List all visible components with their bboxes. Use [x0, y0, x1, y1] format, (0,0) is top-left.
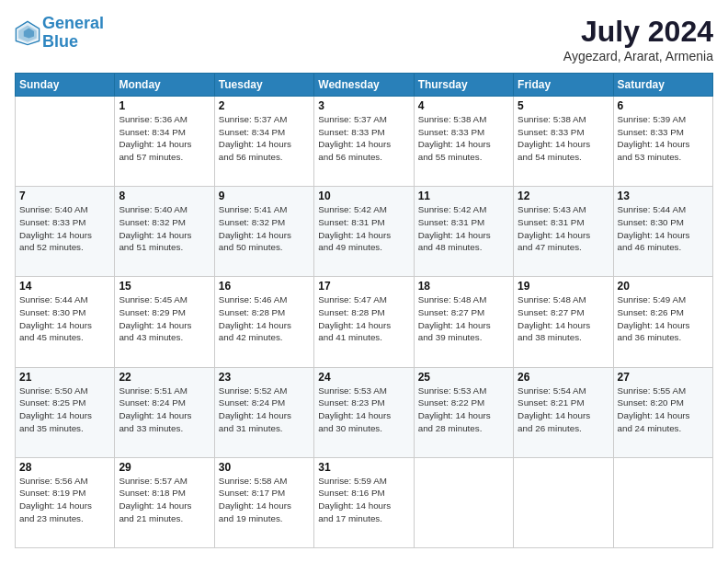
col-header-saturday: Saturday	[613, 74, 712, 97]
day-info: Sunrise: 5:57 AM Sunset: 8:18 PM Dayligh…	[119, 475, 210, 525]
day-info: Sunrise: 5:43 AM Sunset: 8:31 PM Dayligh…	[518, 203, 609, 254]
calendar-table: SundayMondayTuesdayWednesdayThursdayFrid…	[15, 73, 713, 548]
day-cell-27: 27Sunrise: 5:55 AM Sunset: 8:20 PM Dayli…	[613, 367, 712, 457]
day-number: 2	[219, 99, 310, 112]
day-info: Sunrise: 5:49 AM Sunset: 8:26 PM Dayligh…	[618, 293, 709, 344]
calendar-header-row: SundayMondayTuesdayWednesdayThursdayFrid…	[16, 74, 713, 97]
day-number: 21	[19, 371, 110, 384]
day-number: 15	[119, 280, 210, 293]
empty-cell	[514, 457, 613, 547]
empty-cell	[613, 457, 712, 547]
day-cell-14: 14Sunrise: 5:44 AM Sunset: 8:30 PM Dayli…	[16, 277, 115, 367]
title-block: July 2024 Aygezard, Ararat, Armenia	[563, 15, 713, 63]
col-header-monday: Monday	[115, 74, 214, 97]
logo-icon	[15, 20, 40, 46]
logo-text: General Blue	[42, 15, 104, 52]
day-number: 18	[418, 280, 509, 293]
day-info: Sunrise: 5:41 AM Sunset: 8:32 PM Dayligh…	[219, 203, 310, 254]
logo-line1: General	[42, 14, 104, 32]
day-number: 6	[618, 99, 709, 112]
day-cell-7: 7Sunrise: 5:40 AM Sunset: 8:33 PM Daylig…	[16, 187, 115, 277]
day-cell-25: 25Sunrise: 5:53 AM Sunset: 8:22 PM Dayli…	[414, 367, 513, 457]
day-cell-5: 5Sunrise: 5:38 AM Sunset: 8:33 PM Daylig…	[514, 97, 613, 187]
day-info: Sunrise: 5:40 AM Sunset: 8:33 PM Dayligh…	[19, 203, 110, 254]
logo-line2: Blue	[42, 32, 78, 51]
day-cell-1: 1Sunrise: 5:36 AM Sunset: 8:34 PM Daylig…	[115, 97, 214, 187]
subtitle: Aygezard, Ararat, Armenia	[563, 49, 713, 63]
day-number: 1	[119, 99, 210, 112]
page: General Blue July 2024 Aygezard, Ararat,…	[0, 0, 728, 563]
day-info: Sunrise: 5:38 AM Sunset: 8:33 PM Dayligh…	[418, 113, 509, 164]
day-number: 20	[618, 280, 709, 293]
day-info: Sunrise: 5:36 AM Sunset: 8:34 PM Dayligh…	[119, 113, 210, 164]
main-title: July 2024	[563, 15, 713, 49]
day-cell-30: 30Sunrise: 5:58 AM Sunset: 8:17 PM Dayli…	[214, 457, 313, 547]
week-row-3: 14Sunrise: 5:44 AM Sunset: 8:30 PM Dayli…	[16, 277, 713, 367]
day-cell-3: 3Sunrise: 5:37 AM Sunset: 8:33 PM Daylig…	[314, 97, 414, 187]
day-cell-24: 24Sunrise: 5:53 AM Sunset: 8:23 PM Dayli…	[314, 367, 414, 457]
day-number: 27	[618, 371, 709, 384]
day-info: Sunrise: 5:48 AM Sunset: 8:27 PM Dayligh…	[418, 293, 509, 344]
day-info: Sunrise: 5:47 AM Sunset: 8:28 PM Dayligh…	[318, 293, 409, 344]
day-cell-28: 28Sunrise: 5:56 AM Sunset: 8:19 PM Dayli…	[16, 457, 115, 547]
day-cell-12: 12Sunrise: 5:43 AM Sunset: 8:31 PM Dayli…	[514, 187, 613, 277]
day-cell-18: 18Sunrise: 5:48 AM Sunset: 8:27 PM Dayli…	[414, 277, 513, 367]
day-number: 31	[318, 461, 409, 474]
day-cell-29: 29Sunrise: 5:57 AM Sunset: 8:18 PM Dayli…	[115, 457, 214, 547]
day-info: Sunrise: 5:52 AM Sunset: 8:24 PM Dayligh…	[219, 385, 310, 435]
day-info: Sunrise: 5:45 AM Sunset: 8:29 PM Dayligh…	[119, 293, 210, 344]
day-cell-4: 4Sunrise: 5:38 AM Sunset: 8:33 PM Daylig…	[414, 97, 513, 187]
col-header-sunday: Sunday	[16, 74, 115, 97]
day-number: 5	[518, 99, 609, 112]
empty-cell	[414, 457, 513, 547]
day-cell-16: 16Sunrise: 5:46 AM Sunset: 8:28 PM Dayli…	[214, 277, 313, 367]
day-number: 25	[418, 371, 509, 384]
day-info: Sunrise: 5:53 AM Sunset: 8:22 PM Dayligh…	[418, 385, 509, 435]
day-number: 8	[119, 190, 210, 202]
day-info: Sunrise: 5:39 AM Sunset: 8:33 PM Dayligh…	[618, 113, 709, 164]
day-info: Sunrise: 5:59 AM Sunset: 8:16 PM Dayligh…	[318, 475, 409, 525]
day-cell-2: 2Sunrise: 5:37 AM Sunset: 8:34 PM Daylig…	[214, 97, 313, 187]
day-number: 12	[518, 190, 609, 202]
day-number: 10	[318, 190, 409, 202]
logo: General Blue	[15, 15, 104, 52]
day-number: 4	[418, 99, 509, 112]
day-number: 24	[318, 371, 409, 384]
day-cell-9: 9Sunrise: 5:41 AM Sunset: 8:32 PM Daylig…	[214, 187, 313, 277]
day-cell-15: 15Sunrise: 5:45 AM Sunset: 8:29 PM Dayli…	[115, 277, 214, 367]
header: General Blue July 2024 Aygezard, Ararat,…	[15, 15, 713, 63]
week-row-2: 7Sunrise: 5:40 AM Sunset: 8:33 PM Daylig…	[16, 187, 713, 277]
day-info: Sunrise: 5:42 AM Sunset: 8:31 PM Dayligh…	[418, 203, 509, 254]
day-cell-22: 22Sunrise: 5:51 AM Sunset: 8:24 PM Dayli…	[115, 367, 214, 457]
day-info: Sunrise: 5:58 AM Sunset: 8:17 PM Dayligh…	[219, 475, 310, 525]
day-cell-8: 8Sunrise: 5:40 AM Sunset: 8:32 PM Daylig…	[115, 187, 214, 277]
day-number: 7	[19, 190, 110, 202]
col-header-friday: Friday	[514, 74, 613, 97]
day-info: Sunrise: 5:54 AM Sunset: 8:21 PM Dayligh…	[518, 385, 609, 435]
day-number: 3	[318, 99, 409, 112]
day-number: 30	[219, 461, 310, 474]
day-info: Sunrise: 5:42 AM Sunset: 8:31 PM Dayligh…	[318, 203, 409, 254]
day-info: Sunrise: 5:44 AM Sunset: 8:30 PM Dayligh…	[618, 203, 709, 254]
week-row-1: 1Sunrise: 5:36 AM Sunset: 8:34 PM Daylig…	[16, 97, 713, 187]
day-number: 16	[219, 280, 310, 293]
day-cell-26: 26Sunrise: 5:54 AM Sunset: 8:21 PM Dayli…	[514, 367, 613, 457]
day-info: Sunrise: 5:48 AM Sunset: 8:27 PM Dayligh…	[518, 293, 609, 344]
day-number: 19	[518, 280, 609, 293]
day-cell-21: 21Sunrise: 5:50 AM Sunset: 8:25 PM Dayli…	[16, 367, 115, 457]
day-number: 17	[318, 280, 409, 293]
day-number: 11	[418, 190, 509, 202]
day-cell-13: 13Sunrise: 5:44 AM Sunset: 8:30 PM Dayli…	[613, 187, 712, 277]
day-number: 9	[219, 190, 310, 202]
day-number: 23	[219, 371, 310, 384]
empty-cell	[16, 97, 115, 187]
day-number: 26	[518, 371, 609, 384]
day-info: Sunrise: 5:51 AM Sunset: 8:24 PM Dayligh…	[119, 385, 210, 435]
day-cell-19: 19Sunrise: 5:48 AM Sunset: 8:27 PM Dayli…	[514, 277, 613, 367]
day-info: Sunrise: 5:44 AM Sunset: 8:30 PM Dayligh…	[19, 293, 110, 344]
day-info: Sunrise: 5:56 AM Sunset: 8:19 PM Dayligh…	[19, 475, 110, 525]
day-number: 14	[19, 280, 110, 293]
day-number: 22	[119, 371, 210, 384]
day-cell-31: 31Sunrise: 5:59 AM Sunset: 8:16 PM Dayli…	[314, 457, 414, 547]
day-cell-17: 17Sunrise: 5:47 AM Sunset: 8:28 PM Dayli…	[314, 277, 414, 367]
